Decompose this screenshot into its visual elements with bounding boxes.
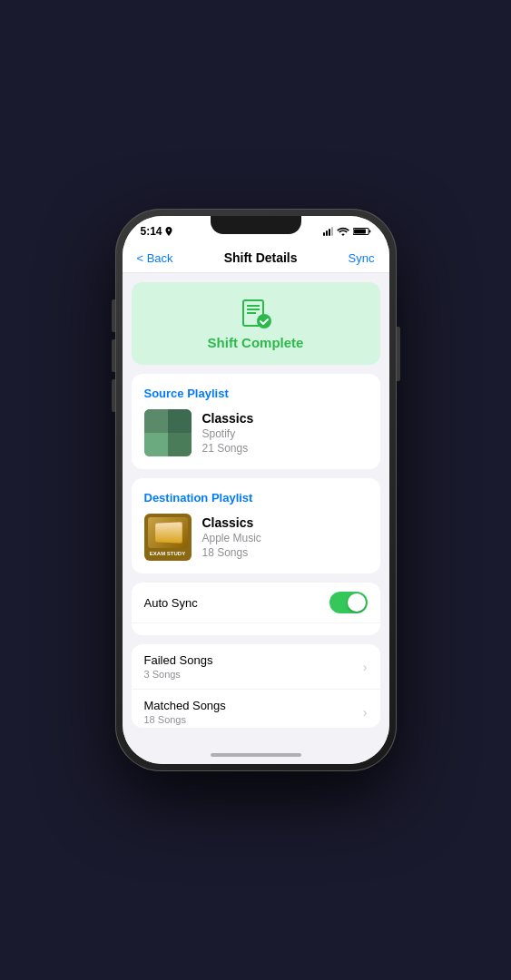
chevron-icon: › bbox=[363, 705, 368, 720]
nav-title: Shift Details bbox=[224, 250, 298, 265]
dest-section-title: Destination Playlist bbox=[144, 491, 368, 505]
source-playlist-art bbox=[144, 409, 192, 456]
last-synced-label: Last Synced bbox=[144, 632, 215, 635]
time-display: 5:14 bbox=[141, 225, 162, 238]
dest-playlist-row: EXAM STUDY Classics Apple Music 18 Songs bbox=[144, 514, 368, 561]
svg-rect-1 bbox=[354, 230, 366, 234]
status-icons bbox=[323, 227, 371, 236]
dest-playlist-info: Classics Apple Music 18 Songs bbox=[202, 515, 261, 559]
dest-playlist-art: EXAM STUDY bbox=[144, 514, 192, 561]
source-playlist-name: Classics bbox=[202, 411, 254, 426]
source-playlist-row: Classics Spotify 21 Songs bbox=[144, 409, 368, 456]
source-section-title: Source Playlist bbox=[144, 387, 368, 400]
matched-songs-group: Matched Songs 18 Songs bbox=[144, 699, 226, 725]
back-label[interactable]: < Back bbox=[137, 251, 173, 265]
matched-songs-row[interactable]: Matched Songs 18 Songs › bbox=[132, 690, 380, 728]
dest-playlist-count: 18 Songs bbox=[202, 546, 261, 559]
nav-bar: < Back Shift Details Sync bbox=[123, 243, 389, 273]
failed-songs-label: Failed Songs bbox=[144, 653, 213, 667]
songs-list-card: Failed Songs 3 Songs › Matched Songs 18 … bbox=[132, 644, 380, 728]
auto-sync-label-group: Auto Sync bbox=[144, 596, 198, 610]
settings-card: Auto Sync Last Synced 15 seconds ago bbox=[132, 583, 380, 635]
auto-sync-toggle[interactable] bbox=[329, 592, 368, 613]
location-icon bbox=[165, 227, 172, 236]
failed-songs-group: Failed Songs 3 Songs bbox=[144, 653, 213, 680]
dest-playlist-name: Classics bbox=[202, 515, 261, 530]
shift-complete-banner: Shift Complete bbox=[132, 282, 380, 365]
svg-point-7 bbox=[257, 314, 271, 328]
last-synced-row: Last Synced 15 seconds ago bbox=[132, 623, 380, 635]
shift-complete-text: Shift Complete bbox=[208, 335, 304, 350]
matched-songs-label: Matched Songs bbox=[144, 699, 226, 712]
shift-complete-icon bbox=[240, 297, 272, 329]
back-button[interactable]: < Back bbox=[137, 251, 173, 265]
battery-icon bbox=[353, 227, 371, 236]
source-playlist-info: Classics Spotify 21 Songs bbox=[202, 411, 254, 455]
wifi-icon bbox=[337, 227, 349, 236]
notch bbox=[211, 216, 301, 234]
auto-sync-row: Auto Sync bbox=[132, 583, 380, 623]
source-playlist-service: Spotify bbox=[202, 427, 254, 440]
toggle-thumb bbox=[348, 593, 366, 612]
failed-songs-row[interactable]: Failed Songs 3 Songs › bbox=[132, 644, 380, 690]
sync-button[interactable]: Sync bbox=[349, 251, 375, 265]
matched-songs-count: 18 Songs bbox=[144, 714, 226, 725]
main-content: Shift Complete Source Playlist bbox=[123, 273, 389, 746]
chevron-icon: › bbox=[363, 660, 368, 674]
failed-songs-count: 3 Songs bbox=[144, 669, 213, 680]
auto-sync-label: Auto Sync bbox=[144, 596, 198, 610]
svg-rect-2 bbox=[369, 230, 369, 233]
source-playlist-count: 21 Songs bbox=[202, 442, 254, 455]
destination-playlist-card: Destination Playlist EXAM STUDY Classics… bbox=[132, 478, 380, 573]
last-synced-group: Last Synced 15 seconds ago bbox=[144, 632, 215, 635]
home-bar bbox=[211, 753, 301, 757]
home-indicator bbox=[123, 746, 389, 764]
source-playlist-card: Source Playlist Classics Spotify 21 bbox=[132, 374, 380, 469]
status-time: 5:14 bbox=[141, 225, 172, 238]
signal-icon bbox=[323, 227, 333, 236]
dest-playlist-service: Apple Music bbox=[202, 532, 261, 544]
phone-screen: 5:14 bbox=[123, 216, 389, 764]
phone-device: 5:14 bbox=[115, 209, 397, 771]
